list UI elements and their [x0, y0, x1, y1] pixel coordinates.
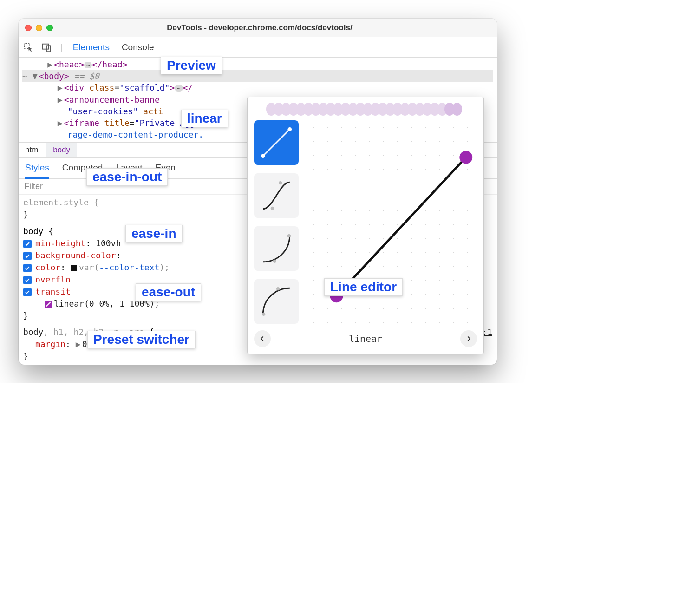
- svg-point-4: [261, 154, 265, 158]
- zoom-window-button[interactable]: [46, 25, 53, 31]
- svg-point-9: [287, 234, 291, 237]
- head-close: </head>: [92, 59, 127, 69]
- ellipsis-icon[interactable]: ⋯: [84, 62, 92, 68]
- window-titlebar: DevTools - developer.chrome.com/docs/dev…: [19, 19, 497, 37]
- toggle-declaration-checkbox[interactable]: [23, 240, 32, 248]
- svg-point-11: [276, 287, 280, 290]
- devtools-toolbar: | Elements Console: [19, 37, 497, 58]
- svg-point-7: [279, 181, 282, 184]
- easing-preview-strip: [254, 102, 477, 117]
- window-title: DevTools - developer.chrome.com/docs/dev…: [53, 23, 466, 33]
- easing-editor-popover: linear: [247, 97, 484, 354]
- color-swatch[interactable]: [71, 265, 77, 271]
- selected-body-node[interactable]: ⋯ ▼<body> == $0: [22, 70, 493, 82]
- device-toolbar-icon[interactable]: [42, 42, 52, 52]
- preset-ease-in[interactable]: [254, 226, 299, 271]
- css-var-link[interactable]: --color-text: [99, 262, 159, 272]
- head-open[interactable]: <head>: [54, 59, 84, 69]
- toggle-declaration-checkbox[interactable]: [23, 276, 32, 284]
- annotation-preset-switcher: Preset switcher: [87, 331, 196, 348]
- svg-rect-1: [43, 44, 49, 49]
- svg-point-8: [273, 260, 276, 263]
- annotation-ease-in: ease-in: [125, 225, 183, 242]
- svg-point-10: [262, 313, 265, 316]
- devtools-window: DevTools - developer.chrome.com/docs/dev…: [19, 19, 497, 365]
- preset-name-display: linear: [349, 333, 382, 344]
- close-window-button[interactable]: [25, 25, 32, 31]
- preset-ease-in-out[interactable]: [254, 173, 299, 218]
- toggle-declaration-checkbox[interactable]: [23, 252, 32, 260]
- iframe-src-link[interactable]: rage-demo-content-producer.: [68, 130, 204, 139]
- annotation-linear: linear: [181, 110, 228, 127]
- prev-preset-button[interactable]: [254, 330, 271, 347]
- crumb-body[interactable]: body: [46, 143, 77, 157]
- preset-switcher: linear: [254, 330, 477, 347]
- subtab-styles[interactable]: Styles: [25, 158, 49, 179]
- annotation-ease-out: ease-out: [136, 283, 201, 301]
- crumb-html[interactable]: html: [19, 143, 46, 157]
- toggle-declaration-checkbox[interactable]: [23, 264, 32, 272]
- traffic-lights: [25, 25, 53, 31]
- svg-line-12: [337, 157, 466, 296]
- annotation-preview: Preview: [161, 57, 222, 74]
- annotation-line-editor: Line editor: [324, 278, 403, 296]
- easing-swatch[interactable]: [45, 301, 52, 308]
- svg-point-5: [287, 127, 292, 131]
- bezier-handle-end[interactable]: [459, 151, 472, 164]
- preset-linear[interactable]: [254, 120, 299, 165]
- toggle-declaration-checkbox[interactable]: [23, 288, 32, 296]
- minimize-window-button[interactable]: [36, 25, 42, 31]
- expand-shorthand-icon[interactable]: ▶: [76, 338, 82, 350]
- easing-preset-list: [254, 120, 299, 324]
- ellipsis-icon[interactable]: ⋯: [175, 85, 183, 92]
- styles-filter-input[interactable]: Filter: [24, 182, 43, 191]
- tab-elements[interactable]: Elements: [71, 42, 111, 52]
- annotation-ease-in-out: ease-in-out: [86, 168, 168, 186]
- preset-ease-out[interactable]: [254, 279, 299, 324]
- next-preset-button[interactable]: [460, 330, 477, 347]
- tab-console[interactable]: Console: [120, 42, 156, 52]
- inspect-element-icon[interactable]: [23, 42, 33, 52]
- svg-point-6: [271, 207, 274, 210]
- svg-line-3: [263, 129, 290, 156]
